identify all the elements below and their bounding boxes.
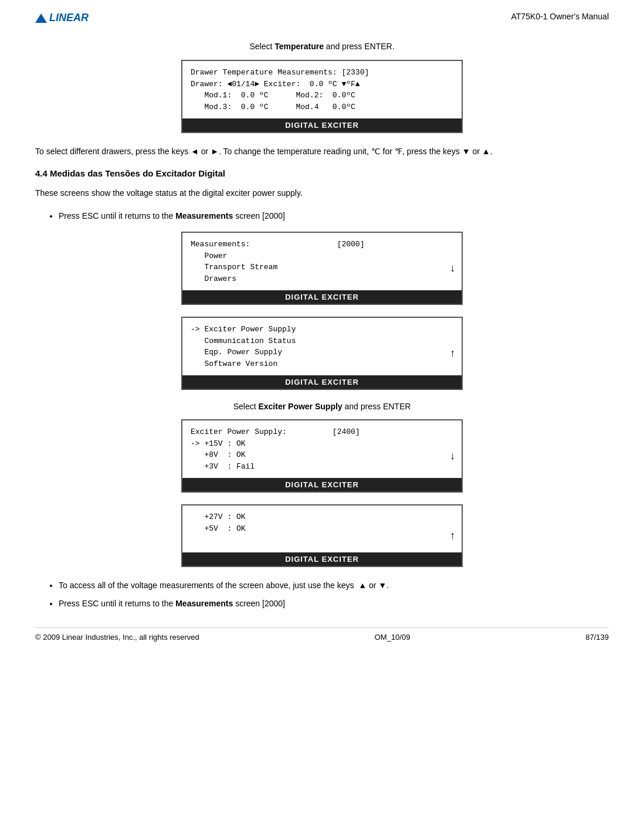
page-header: LINEAR AT75K0-1 Owner's Manual xyxy=(35,12,609,24)
screen5-wrapper: +27V : OK +5V : OK ↑ DIGITAL EXCITER xyxy=(35,504,609,567)
screen5-arrow-up-icon: ↑ xyxy=(449,528,456,544)
screen4-line2: -> +15V : OK xyxy=(191,438,453,450)
screen1-body: Drawer Temperature Measurements: [2330] … xyxy=(182,61,462,118)
section1-intro-end: and press ENTER. xyxy=(324,42,395,51)
section2-paragraph: These screens show the voltage status at… xyxy=(35,186,609,199)
screen1-line4: Mod.3: 0.0 ºC Mod.4 0.0ºC xyxy=(191,101,453,113)
screen3-line2: Communication Status xyxy=(191,335,453,347)
screen2-line3: Transport Stream xyxy=(191,262,453,273)
select-label-bold: Exciter Power Supply xyxy=(258,402,342,411)
bullet1-text-start: Press ESC until it returns to the xyxy=(59,211,175,220)
page-footer: © 2009 Linear Industries, Inc., all righ… xyxy=(35,627,609,642)
screen4-line3: +8V : OK xyxy=(191,449,453,461)
screen1-line2: Drawer: ◄01/14► Exciter: 0.0 ºC ▼ºF▲ xyxy=(191,79,453,90)
screen4-line1: Exciter Power Supply: [2400] xyxy=(191,426,453,438)
screen3-arrow-up-icon: ↑ xyxy=(449,345,456,361)
screen5: +27V : OK +5V : OK ↑ DIGITAL EXCITER xyxy=(181,504,463,567)
screen1: Drawer Temperature Measurements: [2330] … xyxy=(181,60,463,133)
select-label: Select Exciter Power Supply and press EN… xyxy=(35,402,609,411)
screen4-wrapper: Exciter Power Supply: [2400] -> +15V : O… xyxy=(35,419,609,493)
section2-heading: 4.4 Medidas das Tensões do Excitador Dig… xyxy=(35,168,609,178)
select-label-end: and press ENTER xyxy=(343,402,411,411)
bullet3-text-end: screen [2000] xyxy=(233,599,285,608)
footer-copyright: © 2009 Linear Industries, Inc., all righ… xyxy=(35,633,199,642)
screen5-line1: +27V : OK xyxy=(191,511,453,523)
screen4-footer: DIGITAL EXCITER xyxy=(182,478,462,491)
header-title: AT75K0-1 Owner's Manual xyxy=(511,12,609,21)
bullet-list-2: To access all of the voltage measurement… xyxy=(59,579,609,610)
screen1-line1: Drawer Temperature Measurements: [2330] xyxy=(191,67,453,79)
screen1-line3: Mod.1: 0.0 ºC Mod.2: 0.0ºC xyxy=(191,90,453,101)
screen3-body: -> Exciter Power Supply Communication St… xyxy=(182,318,462,375)
bullet3-text-start: Press ESC until it returns to the xyxy=(59,599,175,608)
section1-intro: Select Temperature and press ENTER. xyxy=(35,42,609,51)
logo-triangle-icon xyxy=(35,13,47,23)
bullet-list: Press ESC until it returns to the Measur… xyxy=(59,209,609,222)
screen1-wrapper: Drawer Temperature Measurements: [2330] … xyxy=(35,60,609,133)
bullet1-text-end: screen [2000] xyxy=(233,211,285,220)
bullet-item-1: Press ESC until it returns to the Measur… xyxy=(59,209,609,222)
screen3: -> Exciter Power Supply Communication St… xyxy=(181,317,463,390)
bullet1-text-bold: Measurements xyxy=(175,211,233,220)
logo-text: LINEAR xyxy=(49,12,89,24)
section1-intro-bold: Temperature xyxy=(274,42,324,51)
section1-intro-text: Select xyxy=(249,42,274,51)
screen3-wrapper: -> Exciter Power Supply Communication St… xyxy=(35,317,609,390)
screen4: Exciter Power Supply: [2400] -> +15V : O… xyxy=(181,419,463,493)
screen3-line4: Software Version xyxy=(191,358,453,370)
bullet-item-2: To access all of the voltage measurement… xyxy=(59,579,609,592)
bullet2-text: To access all of the voltage measurement… xyxy=(59,581,389,590)
footer-page-number: 87/139 xyxy=(585,633,609,642)
screen3-line3: Eqp. Power Supply xyxy=(191,347,453,358)
screen2-arrow-down-icon: ↓ xyxy=(449,260,456,276)
screen2-line4: Drawers xyxy=(191,273,453,285)
screen2-line1: Measurements: [2000] xyxy=(191,239,453,250)
screen1-footer: DIGITAL EXCITER xyxy=(182,118,462,132)
screen5-body: +27V : OK +5V : OK ↑ xyxy=(182,505,462,552)
bullet-item-3: Press ESC until it returns to the Measur… xyxy=(59,597,609,610)
footer-doc-id: OM_10/09 xyxy=(375,633,411,642)
screen4-body: Exciter Power Supply: [2400] -> +15V : O… xyxy=(182,420,462,478)
section1-body-text: To select different drawers, press the k… xyxy=(35,145,609,158)
screen3-footer: DIGITAL EXCITER xyxy=(182,375,462,389)
screen2-body: Measurements: [2000] Power Transport Str… xyxy=(182,233,462,290)
select-label-start: Select xyxy=(233,402,259,411)
screen3-line1: -> Exciter Power Supply xyxy=(191,324,453,335)
screen2-footer: DIGITAL EXCITER xyxy=(182,290,462,304)
screen4-line4: +3V : Fail xyxy=(191,461,453,473)
screen5-line2: +5V : OK xyxy=(191,523,453,535)
screen4-arrow-down-icon: ↓ xyxy=(449,448,456,464)
logo-area: LINEAR xyxy=(35,12,89,24)
bullet3-text-bold: Measurements xyxy=(175,599,233,608)
screen5-footer: DIGITAL EXCITER xyxy=(182,552,462,566)
screen2: Measurements: [2000] Power Transport Str… xyxy=(181,232,463,305)
screen2-line2: Power xyxy=(191,250,453,262)
screen2-wrapper: Measurements: [2000] Power Transport Str… xyxy=(35,232,609,305)
